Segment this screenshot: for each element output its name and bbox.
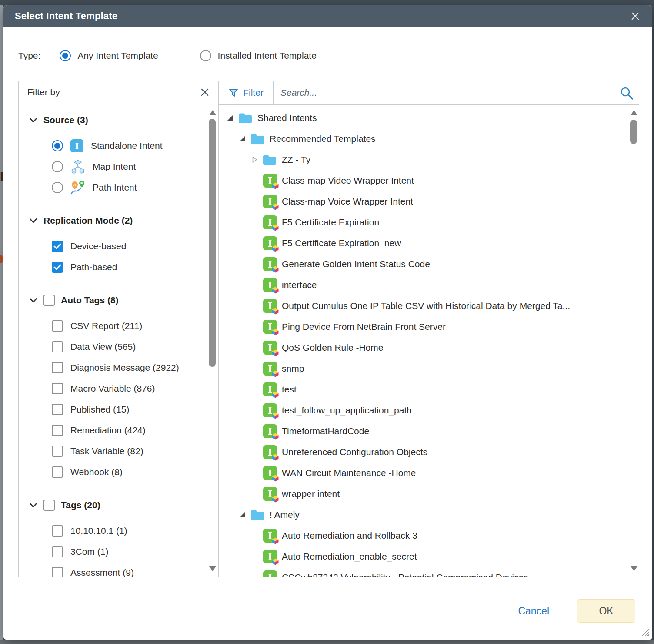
filter-option-row[interactable]: Device-based [19, 236, 217, 257]
filter-scrollbar[interactable] [209, 110, 216, 571]
tree-item-label: ZZ - Ty [282, 154, 310, 165]
expand-arrow-icon[interactable] [238, 512, 247, 517]
scroll-up-icon[interactable] [209, 110, 216, 115]
filter-option-row[interactable]: Task Variable (82) [19, 441, 217, 462]
tree-row[interactable]: I Output Cumulus One IP Table CSV with H… [219, 295, 639, 316]
tree-row[interactable]: ! Amely [219, 504, 639, 525]
filter-option-row[interactable]: Data View (565) [19, 336, 217, 357]
checkbox[interactable] [52, 362, 63, 373]
tree-row[interactable]: I test_follow_up_application_path [219, 400, 639, 421]
filter-option-row[interactable]: Assessment (9) [19, 562, 217, 577]
close-icon[interactable] [200, 88, 209, 97]
radio-icon[interactable] [52, 161, 63, 172]
tree-row[interactable]: I TimeformatHardCode [219, 421, 639, 442]
tree-row[interactable]: I wrapper intent [219, 483, 639, 504]
scroll-down-icon[interactable] [631, 566, 637, 571]
expand-arrow-icon[interactable] [226, 115, 234, 121]
tree-row[interactable]: Shared Intents [219, 107, 639, 128]
checkbox[interactable] [52, 525, 63, 537]
chevron-down-icon[interactable] [29, 117, 37, 123]
intent-template-icon: I [263, 195, 277, 208]
filter-option-row[interactable]: CSV Report (211) [19, 315, 217, 336]
chevron-down-icon[interactable] [29, 298, 37, 303]
tree-row[interactable]: I QoS Golden Rule -Home [219, 337, 639, 358]
checkbox[interactable] [52, 320, 63, 332]
tree-row[interactable]: I WAN Circuit Maintenance -Home [219, 463, 639, 483]
filter-section-title: Auto Tags (8) [61, 295, 119, 305]
filter-option-row[interactable]: Macro Variable (876) [19, 378, 217, 399]
checkbox[interactable] [52, 546, 63, 557]
search-icon[interactable] [620, 86, 634, 102]
filter-option-row[interactable]: 10.10.10.1 (1) [19, 520, 217, 541]
expand-arrow-icon[interactable] [238, 136, 247, 141]
filter-option-label: 10.10.10.1 (1) [70, 526, 127, 536]
tree-row[interactable]: I Generate Golden Intent Status Code [219, 254, 639, 275]
section-checkbox[interactable] [43, 500, 55, 511]
tree-row[interactable]: I F5 Certificate Expiration_new [219, 233, 639, 254]
tree-row[interactable]: I Auto Remediation_enable_secret [219, 546, 639, 567]
filter-option-row[interactable]: Published (15) [19, 399, 217, 420]
tree-row[interactable]: I F5 Certificate Expiration [219, 212, 639, 233]
tree-row[interactable]: I interface [219, 275, 639, 295]
tree-row[interactable]: I Class-map Video Wrapper Intent [219, 170, 639, 191]
scrollbar-thumb[interactable] [630, 120, 637, 144]
filter-option-row[interactable]: A BPath Intent [19, 177, 217, 198]
filter-button[interactable]: Filter [219, 81, 274, 104]
radio-icon[interactable] [200, 50, 211, 61]
scroll-up-icon[interactable] [631, 110, 637, 115]
checkbox[interactable] [52, 383, 63, 394]
tree-row[interactable]: I Auto Remediation and Rollback 3 [219, 525, 639, 546]
collapse-arrow-icon[interactable] [250, 156, 259, 163]
checkbox[interactable] [52, 466, 63, 478]
tree-row[interactable]: I test [219, 379, 639, 400]
tree-item-label: WAN Circuit Maintenance -Home [282, 468, 416, 478]
intent-template-icon: I [263, 236, 277, 250]
checkbox[interactable] [52, 262, 63, 273]
intent-template-icon: I [263, 445, 277, 459]
checkbox[interactable] [52, 404, 63, 415]
section-checkbox[interactable] [43, 295, 55, 306]
filter-option-row[interactable]: Path-based [19, 257, 217, 278]
filter-option-row[interactable]: Diagnosis Message (2922) [19, 357, 217, 378]
checkbox[interactable] [52, 341, 63, 352]
search-input[interactable] [274, 81, 639, 104]
resize-grip[interactable] [642, 629, 649, 636]
tree-row[interactable]: Recommended Templates [219, 128, 639, 149]
chevron-down-icon[interactable] [29, 218, 37, 224]
intent-template-icon: I [263, 403, 277, 417]
tree-row[interactable]: I snmp [219, 358, 639, 379]
checkbox[interactable] [52, 425, 63, 436]
checkbox[interactable] [52, 241, 63, 252]
tree-row[interactable]: ZZ - Ty [219, 149, 639, 170]
filter-option-row[interactable]: Webhook (8) [19, 462, 217, 483]
radio-any-intent-template[interactable]: Any Intent Template [60, 50, 158, 61]
tree-scrollbar[interactable] [630, 110, 637, 571]
filter-section-header[interactable]: Tags (20) [19, 495, 217, 515]
filter-section-header[interactable]: Source (3) [19, 110, 217, 130]
chevron-down-icon[interactable] [29, 503, 37, 508]
tree-row[interactable]: I Unreferenced Configuration Objects [219, 442, 639, 463]
radio-icon[interactable] [60, 50, 71, 61]
close-icon[interactable] [630, 10, 641, 22]
checkbox[interactable] [52, 567, 63, 577]
radio-installed-intent-template[interactable]: Installed Intent Template [200, 50, 317, 61]
filter-section-header[interactable]: Auto Tags (8) [19, 290, 217, 310]
radio-icon[interactable] [52, 182, 63, 193]
radio-icon[interactable] [52, 140, 63, 151]
filter-section-header[interactable]: Replication Mode (2) [19, 211, 217, 231]
checkbox[interactable] [52, 446, 63, 457]
tree-row[interactable]: I Class-map Voice Wrapper Intent [219, 191, 639, 212]
svg-text:A: A [73, 183, 77, 187]
scroll-down-icon[interactable] [209, 566, 216, 571]
filter-option-row[interactable]: Map Intent [19, 156, 217, 177]
tree-row[interactable]: I Ping Device From NetBrain Front Server [219, 316, 639, 337]
ok-button[interactable]: OK [577, 599, 635, 623]
filter-option-label: Macro Variable (876) [70, 383, 155, 394]
scrollbar-thumb[interactable] [209, 119, 216, 367]
filter-option-row[interactable]: Remediation (424) [19, 420, 217, 441]
cancel-button[interactable]: Cancel [518, 605, 549, 617]
intent-template-icon: I [263, 299, 277, 313]
filter-option-row[interactable]: 3Com (1) [19, 541, 217, 562]
tree-row[interactable]: I CSCwh87343 Vulnerability - Potential C… [219, 567, 639, 577]
filter-option-row[interactable]: IStandalone Intent [19, 135, 217, 156]
